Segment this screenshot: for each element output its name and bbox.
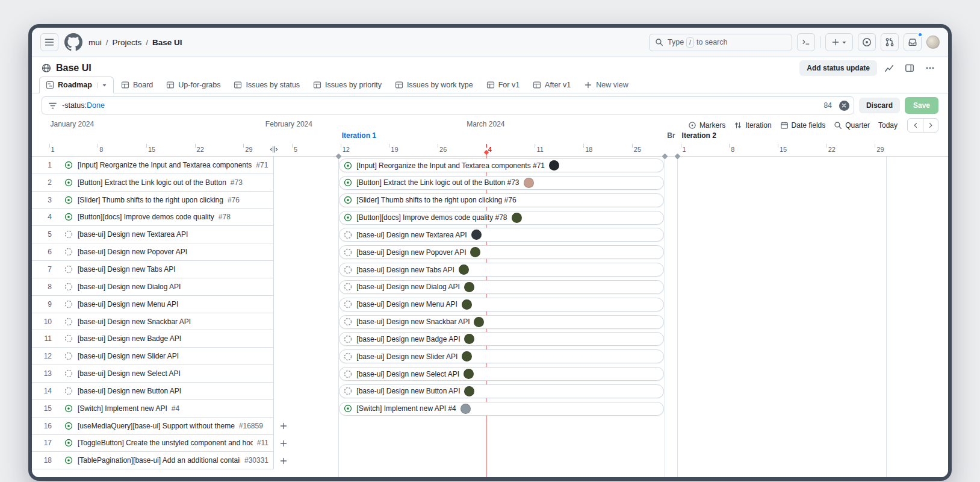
inbox-button[interactable] (904, 33, 922, 51)
scroll-right-button[interactable] (923, 119, 938, 132)
timeline-bar[interactable]: [base-ui] Design new Button API (339, 384, 664, 398)
open-issue-icon (344, 161, 352, 170)
issues-button[interactable] (858, 33, 876, 51)
timeline-bar[interactable]: [base-ui] Design new Snackbar API (339, 315, 664, 329)
tab-roadmap[interactable]: Roadmap (39, 77, 114, 93)
row-item[interactable]: 8[base-ui] Design new Dialog API (32, 278, 274, 296)
row-title: [Input] Reorganize the Input and Textare… (78, 161, 252, 169)
iteration-button[interactable]: Iteration (734, 121, 771, 130)
timeline-bar[interactable]: [base-ui] Design new Menu API (339, 298, 664, 311)
discard-button[interactable]: Discard (859, 98, 900, 113)
row-item[interactable]: 16[useMediaQuery][base-ui] Support witho… (32, 418, 274, 435)
row-issue-number: #16859 (239, 422, 268, 430)
tab-label: After v1 (545, 81, 571, 89)
project-menu-button[interactable] (922, 60, 938, 76)
markers-button[interactable]: Markers (688, 121, 725, 130)
timeline-bar[interactable]: [Slider] Thumb shifts to the right upon … (339, 193, 664, 207)
timeline-bar-title: [Button] Extract the Link logic out of t… (356, 178, 519, 187)
save-button[interactable]: Save (905, 97, 938, 114)
breadcrumb-projects[interactable]: Projects (113, 38, 142, 47)
tab-after-v1[interactable]: After v1 (527, 77, 577, 93)
row-item[interactable]: 4[Button][docs] Improve demos code quali… (32, 209, 274, 227)
timeline-bar-title: [base-ui] Design new Badge API (356, 335, 460, 343)
tab-issues-by-priority[interactable]: Issues by priority (307, 77, 388, 93)
row-item[interactable]: 13[base-ui] Design new Select API (32, 365, 274, 383)
timeline-bar[interactable]: [base-ui] Design new Badge API (339, 332, 664, 346)
project-header: Base UI Add status update (32, 57, 948, 77)
date-fields-button[interactable]: Date fields (780, 121, 826, 130)
command-palette-button[interactable] (797, 33, 815, 51)
date-label: 22 (828, 146, 836, 153)
timeline-bar[interactable]: [base-ui] Design new Textarea API (339, 228, 664, 242)
row-item[interactable]: 12[base-ui] Design new Slider API (32, 348, 274, 365)
row-item[interactable]: 3[Slider] Thumb shifts to the right upon… (32, 192, 274, 209)
row-title: [base-ui] Design new Select API (78, 369, 181, 378)
row-item[interactable]: 1[Input] Reorganize the Input and Textar… (32, 157, 274, 174)
breadcrumb-current[interactable]: Base UI (152, 38, 182, 47)
row-number: 16 (32, 422, 52, 430)
date-label: 26 (439, 146, 447, 153)
tab-board[interactable]: Board (115, 77, 159, 93)
row-item[interactable]: 14[base-ui] Design new Button API (32, 383, 274, 400)
row-number: 14 (32, 387, 52, 395)
clear-filter-button[interactable] (839, 101, 849, 111)
date-label: 18 (585, 146, 592, 153)
tab-issues-by-status[interactable]: Issues by status (228, 77, 306, 93)
date-tick (778, 144, 778, 148)
timeline-bar[interactable]: [base-ui] Design new Tabs API (339, 263, 664, 277)
row-item[interactable]: 9[base-ui] Design new Menu API (32, 296, 274, 313)
breadcrumb-org[interactable]: mui (88, 38, 102, 47)
row-item[interactable]: 17[ToggleButton] Create the unstyled com… (32, 435, 274, 452)
breadcrumb-separator: / (146, 38, 148, 47)
assignee-avatar (512, 213, 522, 223)
tab-for-v1[interactable]: For v1 (480, 77, 526, 93)
tab-issues-by-work-type[interactable]: Issues by work type (389, 77, 479, 93)
row-item[interactable]: 10[base-ui] Design new Snackbar API (32, 313, 274, 331)
timeline-bar[interactable]: [base-ui] Design new Slider API (339, 349, 664, 363)
timeline-bar[interactable]: [base-ui] Design new Select API (339, 367, 664, 381)
add-status-update-button[interactable]: Add status update (799, 60, 877, 76)
user-avatar[interactable] (926, 36, 940, 49)
draft-issue-icon (64, 318, 73, 326)
add-date-button[interactable] (276, 437, 291, 451)
markers-icon (688, 121, 696, 130)
row-number: 13 (32, 369, 52, 378)
filter-input[interactable]: -status:Done 84 (42, 96, 854, 114)
row-title: [ToggleButton] Create the unstyled compo… (78, 439, 253, 447)
iteration-label: Iteration 1 (342, 131, 376, 140)
add-date-button[interactable] (276, 454, 291, 468)
row-item[interactable]: 2[Button] Extract the Link logic out of … (32, 174, 274, 192)
quarter-zoom-button[interactable]: Quarter (834, 121, 870, 130)
pull-requests-button[interactable] (881, 33, 899, 51)
add-date-button[interactable] (276, 419, 291, 433)
new-view-button[interactable]: New view (578, 77, 634, 93)
insights-button[interactable] (881, 60, 898, 76)
row-item[interactable]: 11[base-ui] Design new Badge API (32, 330, 274, 348)
create-new-button[interactable] (825, 33, 853, 51)
pull-request-icon (885, 37, 895, 47)
timeline-bar[interactable]: [Input] Reorganize the Input and Textare… (339, 158, 664, 172)
search-input[interactable]: Type/to search (649, 34, 792, 51)
row-item[interactable]: 5[base-ui] Design new Textarea API (32, 226, 274, 243)
row-item[interactable]: 6[base-ui] Design new Popover API (32, 243, 274, 261)
github-logo[interactable] (64, 33, 82, 51)
scroll-left-button[interactable] (908, 119, 923, 132)
side-panel-button[interactable] (901, 60, 918, 76)
timeline-bar[interactable]: [Button] Extract the Link logic out of t… (339, 176, 664, 190)
timeline-bar-title: [base-ui] Design new Popover API (356, 248, 466, 257)
resize-icon (270, 145, 278, 154)
date-label: 22 (197, 146, 204, 153)
calendar-icon (780, 121, 789, 130)
column-resize-handle[interactable] (270, 145, 278, 156)
row-item[interactable]: 15[Switch] Implement new API#4 (32, 400, 274, 418)
hamburger-menu-button[interactable] (40, 33, 58, 51)
timeline-bar[interactable]: [Button][docs] Improve demos code qualit… (339, 211, 664, 225)
timeline-bar[interactable]: [Switch] Implement new API #4 (339, 402, 664, 416)
slash-key: / (686, 37, 694, 48)
row-item[interactable]: 18[TablePagination][base-ui] Add an addi… (32, 452, 274, 469)
row-item[interactable]: 7[base-ui] Design new Tabs API (32, 261, 274, 278)
timeline-bar[interactable]: [base-ui] Design new Popover API (339, 245, 664, 259)
timeline-bar[interactable]: [base-ui] Design new Dialog API (339, 280, 664, 294)
tab-up-for-grabs[interactable]: Up-for-grabs (160, 77, 226, 93)
today-button[interactable]: Today (878, 121, 898, 130)
